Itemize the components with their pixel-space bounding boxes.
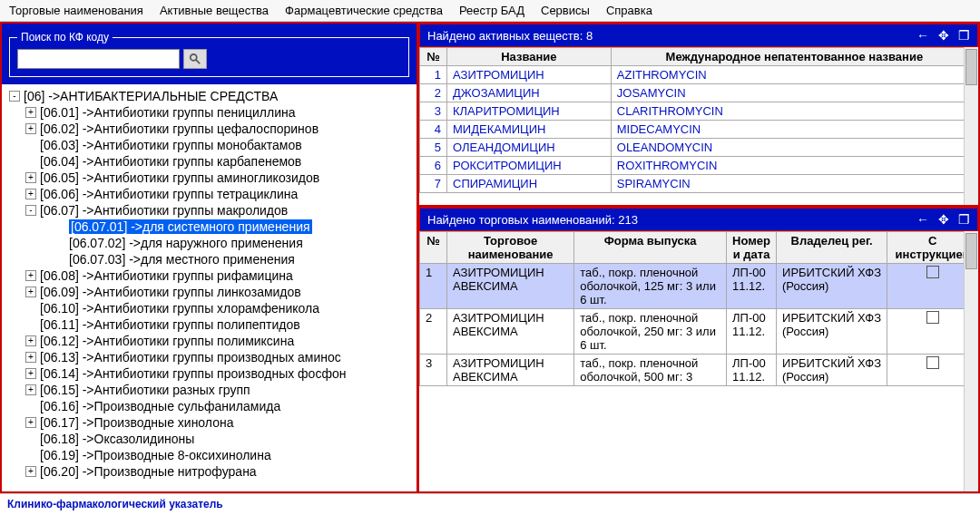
search-button[interactable]	[183, 49, 207, 69]
table-row[interactable]: 2ДЖОЗАМИЦИНJOSAMYCIN	[420, 84, 978, 102]
back-icon[interactable]: ←	[916, 28, 929, 43]
checkbox[interactable]	[926, 266, 939, 278]
table-row[interactable]: 3КЛАРИТРОМИЦИНCLARITHROMYCIN	[420, 102, 978, 121]
tree-label: [06.09] ->Антибиотики группы линкозамидо…	[40, 285, 301, 299]
tree-node[interactable]: +[06.08] ->Антибиотики группы рифамицина	[25, 267, 415, 284]
tree-node[interactable]: [06.03] ->Антибиотики группы монобактамо…	[25, 137, 415, 153]
table-row[interactable]: 1АЗИТРОМИЦИН АВЕКСИМАтаб., покр. пленочн…	[420, 264, 978, 309]
panel-tools: ← ✥ ❐	[916, 28, 970, 43]
menu-item[interactable]: Сервисы	[541, 4, 590, 17]
expand-icon[interactable]: +	[25, 189, 36, 199]
scrollbar[interactable]	[964, 231, 978, 491]
expand-icon[interactable]: +	[25, 368, 36, 379]
trade-name: АЗИТРОМИЦИН АВЕКСИМА	[447, 309, 574, 355]
substance-name: ДЖОЗАМИЦИН	[447, 84, 612, 102]
expand-icon[interactable]: +	[25, 384, 36, 395]
table-row[interactable]: 6РОКСИТРОМИЦИНROXITHROMYCIN	[420, 157, 978, 175]
tree-spacer	[54, 238, 65, 248]
tree-node[interactable]: [06.19] ->Производные 8-оксихинолина	[25, 447, 415, 463]
col-header[interactable]: Название	[447, 48, 612, 66]
col-header[interactable]: №	[420, 232, 447, 264]
tree-node[interactable]: +[06.01] ->Антибиотики группы пенициллин…	[25, 104, 415, 121]
row-num: 1	[420, 66, 447, 84]
menu-item[interactable]: Активные вещества	[160, 4, 269, 17]
collapse-icon[interactable]: -	[9, 91, 20, 102]
menu-item[interactable]: Торговые наименования	[9, 4, 143, 17]
tree-node[interactable]: [06.10] ->Антибиотики группы хлорамфеник…	[25, 300, 415, 316]
tree-node[interactable]: [06.07.02] ->для наружного применения	[54, 235, 415, 251]
reg-num-date: ЛП-00 11.12.	[727, 264, 777, 309]
tree-node[interactable]: +[06.06] ->Антибиотики группы тетрацикли…	[25, 186, 415, 202]
tree-view[interactable]: -[06] ->АНТИБАКТЕРИАЛЬНЫЕ СРЕДСТВА+[06.0…	[2, 84, 416, 491]
tree-node[interactable]: [06.11] ->Антибиотики группы полипептидо…	[25, 316, 415, 333]
tree-node[interactable]: +[06.15] ->Антибиотики разных групп	[25, 382, 415, 398]
table-row[interactable]: 4МИДЕКАМИЦИНMIDECAMYCIN	[420, 121, 978, 139]
tree-node[interactable]: -[06.07] ->Антибиотики группы макролидов	[25, 202, 415, 219]
substance-name: СПИРАМИЦИН	[447, 175, 612, 193]
table-row[interactable]: 5ОЛЕАНДОМИЦИНOLEANDOMYCIN	[420, 139, 978, 157]
tree-label: [06] ->АНТИБАКТЕРИАЛЬНЫЕ СРЕДСТВА	[24, 89, 278, 103]
expand-icon[interactable]: +	[25, 123, 36, 134]
tree-spacer	[54, 221, 65, 232]
col-header[interactable]: Владелец рег.	[777, 232, 887, 264]
menu-item[interactable]: Справка	[606, 4, 652, 17]
tree-node[interactable]: [06.18] ->Оксазолидиноны	[25, 431, 415, 447]
status-bar: Клинико-фармакологический указатель	[0, 493, 980, 514]
expand-icon[interactable]: +	[25, 107, 36, 118]
trade-names-grid[interactable]: №Торговое наименованиеФорма выпускаНомер…	[419, 231, 978, 491]
menu-item[interactable]: Реестр БАД	[459, 4, 524, 17]
scrollbar[interactable]	[964, 47, 978, 205]
table-row[interactable]: 7СПИРАМИЦИНSPIRAMYCIN	[420, 175, 978, 193]
expand-icon[interactable]: +	[25, 352, 36, 363]
checkbox[interactable]	[926, 356, 939, 369]
back-icon[interactable]: ←	[916, 212, 929, 227]
tree-spacer	[54, 254, 65, 265]
tree-node[interactable]: [06.07.01] ->для системного применения	[54, 219, 415, 235]
active-substances-grid[interactable]: №НазваниеМеждународное непатентованное н…	[419, 47, 978, 205]
table-row[interactable]: 1АЗИТРОМИЦИНAZITHROMYCIN	[420, 66, 978, 84]
windows-icon[interactable]: ❐	[958, 28, 970, 43]
expand-icon[interactable]: +	[25, 270, 36, 281]
tree-spacer	[25, 450, 36, 461]
release-form: таб., покр. пленочной оболочкой, 250 мг:…	[574, 309, 727, 355]
tree-node[interactable]: -[06] ->АНТИБАКТЕРИАЛЬНЫЕ СРЕДСТВА	[9, 88, 415, 104]
col-header[interactable]: Номер и дата	[727, 232, 777, 264]
expand-icon[interactable]: +	[25, 172, 36, 183]
col-header[interactable]: №	[420, 48, 447, 66]
tree-node[interactable]: +[06.14] ->Антибиотики группы производны…	[25, 365, 415, 382]
tree-spacer	[25, 140, 36, 151]
tree-label: [06.07.01] ->для системного применения	[69, 219, 312, 234]
expand-icon[interactable]: +	[25, 417, 36, 428]
tree-label: [06.07] ->Антибиотики группы макролидов	[40, 203, 288, 218]
main-area: Поиск по КФ коду -[06] ->АНТИБАКТЕРИАЛЬН…	[0, 22, 980, 493]
tree-spacer	[25, 401, 36, 412]
tree-node[interactable]: +[06.17] ->Производные хинолона	[25, 414, 415, 431]
collapse-icon[interactable]: -	[25, 205, 36, 216]
expand-icon[interactable]: +	[25, 287, 36, 297]
tree-label: [06.18] ->Оксазолидиноны	[40, 432, 194, 446]
col-header[interactable]: Торговое наименование	[447, 232, 574, 264]
col-header[interactable]: Форма выпуска	[574, 232, 727, 264]
move-icon[interactable]: ✥	[938, 28, 949, 43]
tree-node[interactable]: [06.07.03] ->для местного применения	[54, 251, 415, 267]
tree-node[interactable]: +[06.13] ->Антибиотики группы производны…	[25, 349, 415, 365]
checkbox[interactable]	[926, 311, 939, 324]
move-icon[interactable]: ✥	[938, 212, 949, 227]
tree-node[interactable]: +[06.05] ->Антибиотики группы аминоглико…	[25, 170, 415, 186]
row-num: 3	[420, 355, 447, 386]
expand-icon[interactable]: +	[25, 466, 36, 477]
table-row[interactable]: 3АЗИТРОМИЦИН АВЕКСИМАтаб., покр. пленочн…	[420, 355, 978, 386]
menu-item[interactable]: Фармацевтические средства	[285, 4, 443, 17]
expand-icon[interactable]: +	[25, 335, 36, 346]
tree-node[interactable]: +[06.12] ->Антибиотики группы полимиксин…	[25, 333, 415, 349]
tree-node[interactable]: +[06.20] ->Производные нитрофурана	[25, 463, 415, 480]
table-row[interactable]: 2АЗИТРОМИЦИН АВЕКСИМАтаб., покр. пленочн…	[420, 309, 978, 355]
tree-node[interactable]: +[06.09] ->Антибиотики группы линкозамид…	[25, 284, 415, 300]
tree-node[interactable]: [06.04] ->Антибиотики группы карбапенемо…	[25, 153, 415, 170]
windows-icon[interactable]: ❐	[958, 212, 970, 227]
search-input[interactable]	[17, 49, 180, 69]
tree-node[interactable]: [06.16] ->Производные сульфаниламида	[25, 398, 415, 414]
tree-node[interactable]: +[06.02] ->Антибиотики группы цефалоспор…	[25, 121, 415, 137]
col-header[interactable]: Международное непатентованное название	[611, 48, 977, 66]
right-pane: Найдено активных веществ: 8 ← ✥ ❐ №Назва…	[419, 24, 978, 491]
